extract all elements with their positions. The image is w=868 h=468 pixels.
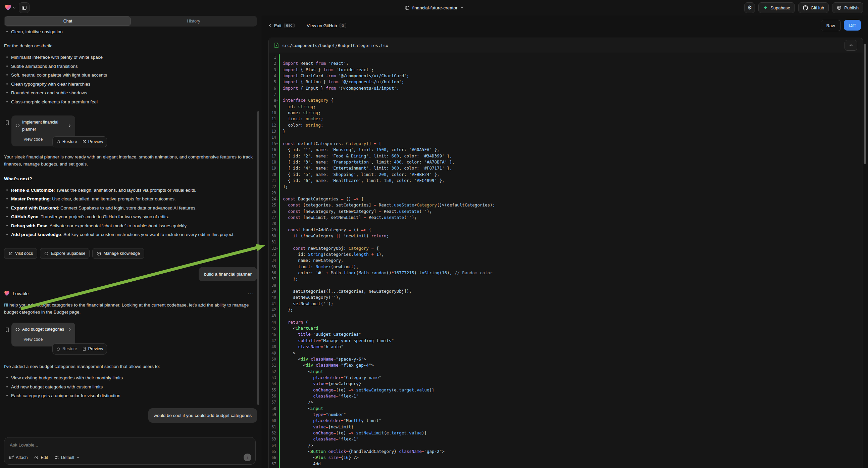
fold-toggle-icon[interactable]: ▾ — [276, 97, 278, 104]
prompt-composer[interactable]: Attach Edit Default — [4, 437, 256, 465]
code-line: 48 className="h-auto" — [269, 344, 863, 350]
code-line: 37 }; — [269, 276, 863, 282]
preview-button[interactable]: Preview — [82, 346, 103, 352]
file-diff-card: src/components/budget/BudgetCategories.t… — [269, 38, 863, 468]
lovable-logo-icon[interactable] — [5, 4, 16, 11]
code-line: 28 — [269, 221, 863, 227]
publish-button[interactable]: Publish — [832, 2, 863, 13]
quick-actions: Visit docs Explore Supabase Manage knowl… — [4, 248, 257, 259]
code-line: 62 onChange={(e) => setNewLimit(e.target… — [269, 430, 863, 436]
version-card-add-budget-categories[interactable]: Add budget categories View code Rest — [11, 323, 75, 347]
mode-selector[interactable]: Default — [54, 455, 80, 460]
view-on-github-button[interactable]: View on GitHub G — [307, 23, 346, 28]
added-bullet-list: View existing budget categories with the… — [4, 374, 257, 399]
code-line: 16 { id: '1', name: 'Housing', limit: 15… — [269, 147, 863, 153]
toggle-sidebar-button[interactable] — [19, 2, 30, 13]
code-line: 6import { Input } from '@/components/ui/… — [269, 85, 863, 91]
supabase-icon — [763, 5, 768, 10]
fold-toggle-icon[interactable]: ▾ — [276, 227, 278, 233]
code-line: 10 name: string; — [269, 110, 863, 116]
project-menu[interactable]: financial-future-creator — [404, 0, 463, 16]
attach-image-icon — [9, 455, 14, 460]
fold-toggle-icon[interactable]: ▾ — [276, 245, 278, 252]
version-actions: Restore Preview — [52, 136, 107, 147]
diff-toggle-button[interactable]: Diff — [844, 20, 861, 31]
list-item: Add project knowledge: Set key context o… — [4, 231, 257, 238]
g-key-badge: G — [340, 23, 346, 28]
code-line: 52 <Input — [269, 369, 863, 375]
bookmark-icon[interactable] — [5, 327, 9, 332]
collapse-file-button[interactable] — [844, 40, 857, 51]
file-path: src/components/budget/BudgetCategories.t… — [282, 43, 388, 48]
code-line: 23 — [269, 190, 863, 196]
send-button[interactable]: ↑ — [244, 454, 251, 461]
package-icon — [97, 252, 101, 256]
code-line: 1 — [269, 54, 863, 60]
chat-messages[interactable]: Clean, intuitive navigation For the desi… — [4, 28, 257, 423]
list-item: GitHub Sync: Transfer your project's cod… — [4, 213, 257, 220]
globe-icon — [837, 5, 841, 10]
design-bullet-list: Minimalist interface with plenty of whit… — [4, 54, 257, 106]
code-line: 58 <Input — [269, 406, 863, 412]
restore-button[interactable]: Restore — [56, 346, 77, 352]
code-line: 8▾interface Category { — [269, 97, 863, 104]
supabase-button[interactable]: Supabase — [758, 2, 795, 13]
assistant-name: Lovable — [13, 290, 29, 297]
sliders-icon — [54, 455, 59, 460]
code-line: 53 placeholder="Category name" — [269, 375, 863, 381]
code-lines: 12import React from 'react';3import { Pl… — [269, 54, 863, 468]
restore-icon — [56, 347, 60, 351]
restore-button[interactable]: Restore — [56, 138, 77, 145]
code-line: 17 { id: '2', name: 'Food & Dining', lim… — [269, 153, 863, 159]
attach-button[interactable]: Attach — [9, 455, 28, 460]
globe-icon — [404, 5, 409, 10]
external-link-icon — [82, 347, 86, 351]
code-line: 9 id: string; — [269, 104, 863, 110]
version-card-implement-financial-planner[interactable]: Implement financial planner View code — [11, 116, 75, 146]
prompt-input[interactable] — [9, 442, 252, 448]
code-line: 57 /> — [269, 399, 863, 405]
code-line: 15▾const defaultCategories: Category[] =… — [269, 141, 863, 147]
code-line: 64 /> — [269, 442, 863, 448]
more-options-icon[interactable]: ··· — [248, 290, 257, 297]
fold-toggle-icon[interactable]: ▾ — [276, 141, 278, 147]
chat-scrollbar[interactable] — [257, 111, 259, 405]
preview-button[interactable]: Preview — [82, 138, 103, 145]
code-line: 50 <div className="space-y-6"> — [269, 356, 863, 362]
code-line: 67 Add — [269, 461, 863, 467]
list-item: Debug with Ease: Activate our experiment… — [4, 222, 257, 229]
file-header[interactable]: src/components/budget/BudgetCategories.t… — [269, 38, 863, 53]
list-item: Refine & Customize: Tweak the design, an… — [4, 187, 257, 194]
github-button[interactable]: GitHub — [798, 2, 829, 13]
code-editor[interactable]: 12import React from 'react';3import { Pl… — [269, 53, 863, 468]
version-block-1: Implement financial planner View code — [4, 116, 257, 144]
settings-button[interactable]: ⚙ — [744, 2, 755, 13]
explore-supabase-button[interactable]: Explore Supabase — [40, 248, 90, 259]
code-line: 20 { id: '5', name: 'Shopping', limit: 2… — [269, 172, 863, 178]
code-scrollbar[interactable] — [864, 43, 866, 164]
chevron-right-icon — [68, 124, 71, 127]
list-item: Each category gets a unique color for vi… — [4, 392, 257, 399]
code-icon — [16, 328, 20, 331]
composer-toolbar: Attach Edit Default — [9, 454, 251, 461]
version-actions: Restore Preview — [52, 344, 107, 354]
code-line: 36 color: '#' + Math.floor(Math.random()… — [269, 270, 863, 276]
file-added-icon — [274, 42, 279, 48]
bookmark-icon[interactable] — [5, 120, 9, 125]
tab-history[interactable]: History — [131, 17, 256, 26]
code-line: 40 setNewCategory(''); — [269, 294, 863, 300]
visit-docs-button[interactable]: Visit docs — [4, 248, 37, 259]
view-code-link[interactable]: View code — [24, 336, 71, 343]
code-panel: Exit ESC View on GitHub G Raw Diff src/c… — [261, 16, 868, 468]
code-line: 12 color: string; — [269, 122, 863, 128]
fold-toggle-icon[interactable]: ▾ — [276, 196, 278, 202]
code-line: 3import { Plus } from 'lucide-react'; — [269, 67, 863, 73]
list-item: Soft, neutral color palette with light b… — [4, 71, 257, 79]
tab-chat[interactable]: Chat — [5, 17, 131, 26]
manage-knowledge-button[interactable]: Manage knowledge — [92, 248, 144, 259]
assistant-header: Lovable ··· — [4, 290, 257, 297]
edit-button[interactable]: Edit — [34, 455, 48, 460]
raw-toggle-button[interactable]: Raw — [821, 20, 841, 31]
exit-button[interactable]: Exit ESC — [269, 23, 294, 28]
code-line: 38 — [269, 282, 863, 288]
